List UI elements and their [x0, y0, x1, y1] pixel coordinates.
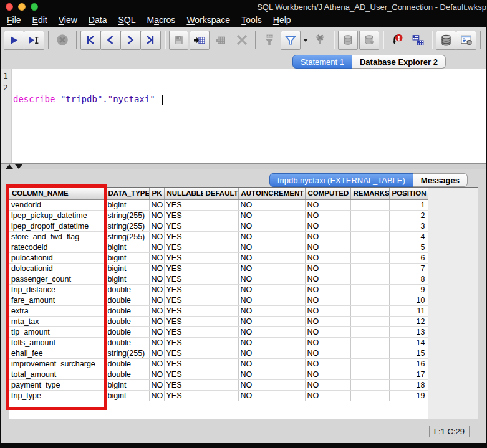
minimize-button[interactable] — [18, 3, 26, 11]
column-header-pk[interactable]: PK — [149, 188, 164, 199]
table-row[interactable]: improvement_surchargedoubleNOYESNONO16 — [9, 358, 428, 369]
previous-row-button[interactable] — [100, 31, 121, 50]
column-header-default[interactable]: DEFAULT — [203, 188, 238, 199]
table-row[interactable]: total_amountdoubleNOYESNONO17 — [9, 369, 428, 379]
table-row[interactable]: pulocationidbigintNOYESNONO6 — [9, 252, 428, 263]
menu-view[interactable]: View — [53, 14, 83, 27]
zoom-button[interactable] — [31, 3, 38, 11]
table-row[interactable]: passenger_countbigintNOYESNONO8 — [9, 274, 428, 284]
data-pumper-button[interactable] — [408, 31, 428, 50]
column-header-computed[interactable]: COMPUTED — [305, 188, 350, 199]
table-cell: NO — [238, 369, 305, 379]
next-row-button[interactable] — [120, 31, 141, 50]
column-header-data_type[interactable]: DATA_TYPE — [105, 188, 149, 199]
table-cell: YES — [164, 305, 203, 316]
insert-row-button — [211, 31, 231, 50]
menu-sql[interactable]: SQL — [112, 14, 141, 27]
last-row-button[interactable] — [140, 31, 161, 50]
database-icon — [440, 34, 452, 46]
menu-tools[interactable]: Tools — [236, 14, 268, 27]
menu-edit[interactable]: Edit — [27, 14, 53, 27]
result-table[interactable]: COLUMN_NAMEDATA_TYPEPKNULLABLEDEFAULTAUT… — [9, 188, 428, 401]
table-cell: 17 — [389, 369, 428, 379]
table-row[interactable]: trip_typebigintNOYESNONO19 — [9, 390, 428, 401]
pane-splitter[interactable] — [1, 163, 486, 169]
column-header-autoincrement[interactable]: AUTOINCREMENT — [238, 188, 305, 199]
column-header-column_name[interactable]: COLUMN_NAME — [9, 188, 105, 199]
filter-dropdown-arrow[interactable] — [303, 39, 308, 42]
menu-file[interactable]: File — [1, 14, 27, 27]
table-cell: NO — [149, 337, 164, 348]
title-bar: SQL Workbench/J Athena_AD_User_Connectio… — [0, 0, 487, 14]
table-row[interactable]: store_and_fwd_flagstring(255)NOYESNONO4 — [9, 231, 428, 242]
table-cell: double — [105, 305, 149, 316]
ignore-errors-button[interactable] — [387, 31, 407, 50]
table-cell: double — [105, 369, 149, 379]
first-row-button[interactable] — [80, 31, 101, 50]
update-database-button[interactable] — [190, 31, 210, 50]
table-cell: NO — [305, 348, 350, 358]
column-header-nullable[interactable]: NULLABLE — [164, 188, 203, 199]
table-row[interactable]: ratecodeidbigintNOYESNONO5 — [9, 242, 428, 252]
close-button[interactable] — [6, 3, 13, 11]
column-header-position[interactable]: POSITION — [389, 188, 428, 199]
tab-statement-1[interactable]: Statement 1 — [292, 55, 352, 69]
table-row[interactable]: fare_amountdoubleNOYESNONO10 — [9, 295, 428, 305]
table-cell: NO — [238, 326, 305, 337]
table-cell — [203, 390, 238, 401]
table-cell — [350, 263, 389, 274]
table-row[interactable]: trip_distancedoubleNOYESNONO9 — [9, 284, 428, 295]
table-cell: NO — [238, 358, 305, 369]
tab-database-explorer-2[interactable]: Database Explorer 2 — [352, 55, 446, 69]
main-area: Statement 1 Database Explorer 2 1 2 desc… — [1, 27, 486, 443]
table-row[interactable]: lpep_pickup_datetimestring(255)NOYESNONO… — [9, 210, 428, 221]
table-cell: NO — [238, 337, 305, 348]
menu-macros[interactable]: Macros — [141, 14, 181, 27]
sql-editor[interactable]: 1 2 describe "tripdb"."nyctaxi" — [1, 69, 486, 163]
table-row[interactable]: lpep_dropoff_datetimestring(255)NOYESNON… — [9, 221, 428, 231]
table-cell — [203, 252, 238, 263]
table-cell — [203, 369, 238, 379]
table-cell: 8 — [389, 274, 428, 284]
table-cell: YES — [164, 284, 203, 295]
table-cell: bigint — [105, 199, 149, 210]
table-cell: NO — [305, 305, 350, 316]
x-icon — [236, 34, 248, 46]
code-area[interactable]: describe "tripdb"."nyctaxi" — [12, 69, 163, 163]
table-grip-icon — [215, 35, 226, 45]
menu-data[interactable]: Data — [83, 14, 113, 27]
filter-data-button[interactable] — [281, 31, 301, 50]
collapse-down-icon[interactable] — [15, 164, 22, 169]
menu-help[interactable]: Help — [268, 14, 297, 27]
table-row[interactable]: tip_amountdoubleNOYESNONO13 — [9, 326, 428, 337]
table-row[interactable]: vendoridbigintNOYESNONO1 — [9, 199, 428, 210]
cancel-icon — [56, 34, 69, 46]
table-cell: 12 — [389, 316, 428, 326]
table-row[interactable]: mta_taxdoubleNOYESNONO12 — [9, 316, 428, 326]
menu-workspace[interactable]: Workspace — [181, 14, 236, 27]
connection-info-button[interactable] — [436, 31, 456, 50]
table-row[interactable]: tolls_amountdoubleNOYESNONO14 — [9, 337, 428, 348]
table-cell: YES — [164, 252, 203, 263]
execute-current-button[interactable] — [24, 31, 44, 50]
table-cell — [350, 305, 389, 316]
collapse-up-icon[interactable] — [6, 164, 13, 169]
database-explorer-button[interactable] — [456, 31, 476, 50]
table-cell: YES — [164, 295, 203, 305]
table-cell: NO — [305, 263, 350, 274]
table-row[interactable]: ehail_feestring(255)NOYESNONO15 — [9, 348, 428, 358]
table-row[interactable]: dolocationidbigintNOYESNONO7 — [9, 263, 428, 274]
table-cell: YES — [164, 369, 203, 379]
table-row[interactable]: extradoubleNOYESNONO11 — [9, 305, 428, 316]
commit-button — [338, 31, 358, 50]
chevron-right-icon — [125, 35, 135, 45]
column-header-remarks[interactable]: REMARKS — [350, 188, 389, 199]
execute-all-button[interactable] — [4, 31, 24, 50]
table-cell: 9 — [389, 284, 428, 295]
table-cell: string(255) — [105, 221, 149, 231]
tab-result-nyctaxi[interactable]: tripdb.nyctaxi (EXTERNAL_TABLE) — [269, 173, 413, 187]
table-cell: NO — [149, 242, 164, 252]
table-row[interactable]: payment_typebigintNOYESNONO18 — [9, 379, 428, 390]
tab-messages[interactable]: Messages — [413, 173, 468, 187]
toolbar — [1, 27, 486, 52]
